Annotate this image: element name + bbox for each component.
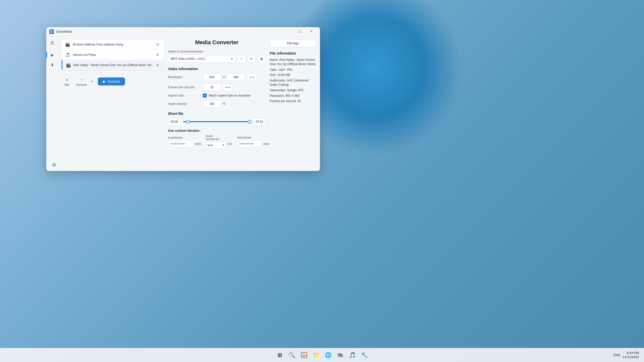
fps-input[interactable] [203,83,221,91]
taskbar-icons: ⊞ 🔍 🪟 📁 🌐 🛍 🎵 🔧 [274,350,370,361]
svg-point-1 [51,31,52,32]
list-item[interactable]: 🎵 Vamos a la Playa ⚙ [62,50,164,60]
ellipsis-icon: ••• [249,76,252,79]
aspect-label: Aspect ratio: [168,94,201,97]
remove-dropdown-button[interactable]: ▾ [89,77,95,86]
start-time-badge[interactable]: 00:00 [168,118,181,125]
page-title: Media Converter [168,39,266,46]
preset-row: MP4 Video (H264 + AAC) ▾ ＋ ✏ 🗑 [168,55,266,63]
aspect-checkbox-label: Match aspect ratio to resolution [209,94,251,97]
slider-track[interactable] [183,121,251,122]
samplerate-unit: kHz [227,142,232,145]
audio-volume-input[interactable] [203,100,221,108]
add-icon: ＋ [65,77,69,83]
taskbar-explorer-button[interactable]: 📁 [310,350,321,361]
list-item[interactable]: 🎬 Rick Astley - Never Gonna Give You Up … [62,60,164,70]
item-settings-icon[interactable]: ⚙ [155,63,160,68]
samplerate-col: Audio samplerate auto ▾ [206,134,226,149]
delete-preset-button[interactable]: 🗑 [258,55,266,63]
fps-more-button[interactable]: ••• ▾ [223,83,232,91]
slider-thumb-start[interactable] [186,120,189,123]
short-file-title: Short file [168,112,266,116]
file-info-name: Name: Rick Astley - Never Gonna Give You… [270,58,316,66]
chevron-down-icon: ▾ [231,57,233,61]
resolution-row: Resolution: X ••• ▾ [168,73,266,81]
add-preset-button[interactable]: ＋ [237,55,246,63]
resolution-more-button[interactable]: ••• ▾ [247,73,257,81]
ellipsis-icon: ••• [225,86,228,89]
remove-label: Remove [76,83,87,86]
maximize-button[interactable]: ⬜ [294,27,305,36]
taskbar-taskview-button[interactable]: 🪟 [298,350,309,361]
add-label: Add [64,83,69,86]
video-info-title: Video information [168,67,266,71]
taskbar-start-button[interactable]: ⊞ [274,350,285,361]
taskbar: ⊞ 🔍 🪟 📁 🌐 🛍 🎵 🔧 ENG 8:44 PM 11/11/2022 [0,348,644,362]
end-time-badge[interactable]: 03:32 [253,118,266,125]
item-settings-icon[interactable]: ⚙ [155,42,160,47]
resolution-label: Resolution: [168,75,201,79]
audiobitrate-unit: kbit/s [195,142,201,145]
file-list: 🎬 Richard Stallman Free software Song ⚙ … [62,39,164,70]
samplerate-value: auto [208,144,213,147]
taskbar-search-button[interactable]: 🔍 [286,350,297,361]
list-item[interactable]: 🎬 Richard Stallman Free software Song ⚙ [62,39,164,50]
bitrate-title: Use custom bitrates: [168,129,266,132]
file-info-fps: Frames per second: 25 [270,99,316,103]
video-icon: 🎬 [66,63,71,68]
file-info-type: Type: .mp4 - File [270,68,316,72]
close-button[interactable]: ✕ [305,27,317,36]
audiobitrate-label: Audiobitrate [168,136,193,139]
taskbar-clock: 8:44 PM 11/11/2022 [623,351,639,359]
short-file-section: Short file 00:00 03:32 [168,112,266,125]
resolution-height-input[interactable] [227,73,245,81]
preset-select[interactable]: MP4 Video (H264 + AAC) ▾ [168,55,235,63]
resolution-width-input[interactable] [203,73,221,81]
taskbar-date: 11/11/2022 [623,355,639,359]
preset-value: MP4 Video (H264 + AAC) [171,57,205,61]
taskbar-app1-button[interactable]: 🎵 [347,350,358,361]
edit-tags-button[interactable]: Edit tags [270,39,316,47]
videobitrate-input[interactable] [237,140,262,147]
window-title: OnionMedia [56,30,282,33]
file-item-name: Rick Astley - Never Gonna Give You Up (O… [73,63,155,67]
file-info-videocodec: Videocodec: Google VP9 [270,88,316,93]
hamburger-menu-button[interactable]: ☰ [48,38,57,47]
app-window: OnionMedia — ⬜ ✕ ☰ ▶ ⬇ ⚙ [46,27,320,171]
converter-icon: ▶ [51,53,54,57]
audio-volume-label: Audio volume: [168,102,201,106]
settings-icon: ⚙ [52,162,56,168]
file-list-panel: 🎬 Richard Stallman Free software Song ⚙ … [61,39,164,71]
sidebar-item-downloader[interactable]: ⬇ [48,60,57,69]
slider-thumb-end[interactable] [248,120,251,123]
sidebar: ☰ ▶ ⬇ ⚙ [46,36,58,171]
audiobitrate-input[interactable] [168,140,193,147]
sidebar-item-converter[interactable]: ▶ [48,50,57,59]
video-icon: 🎬 [65,42,70,47]
remove-button[interactable]: － Remove [74,76,89,87]
main-content: Media Converter Select a conversionprese… [164,36,270,171]
edit-preset-button[interactable]: ✏ [248,55,256,63]
taskbar-store-button[interactable]: 🛍 [335,350,346,361]
videobitrate-unit: kbit/s [263,142,270,145]
fps-label: Frames per second: [168,85,201,89]
taskbar-edge-button[interactable]: 🌐 [323,350,334,361]
samplerate-select[interactable]: auto ▾ [206,142,226,149]
item-settings-icon[interactable]: ⚙ [155,52,160,57]
add-button[interactable]: ＋ Add [62,76,71,87]
taskbar-right: ENG 8:44 PM 11/11/2022 [614,351,639,359]
file-info-resolution: Resolution: 854 X 480 [270,94,316,98]
minimize-button[interactable]: — [282,27,294,36]
taskbar-lang: ENG [614,353,621,357]
aspect-ratio-checkbox[interactable] [203,94,207,98]
footer-bar: ＋ Add － Remove ▾ ▶ Convert [58,74,164,89]
bitrate-row: Audiobitrate kbit/s Audio samplerate aut… [168,134,266,149]
window-controls: — ⬜ ✕ [282,27,317,36]
fps-row: Frames per second: ••• ▾ [168,83,266,91]
samplerate-label: Audio samplerate [206,134,226,141]
x-separator: X [223,75,225,79]
settings-button[interactable]: ⚙ [50,161,58,169]
convert-button[interactable]: ▶ Convert [98,77,125,85]
remove-icon: － [79,77,84,83]
taskbar-app2-button[interactable]: 🔧 [359,350,370,361]
